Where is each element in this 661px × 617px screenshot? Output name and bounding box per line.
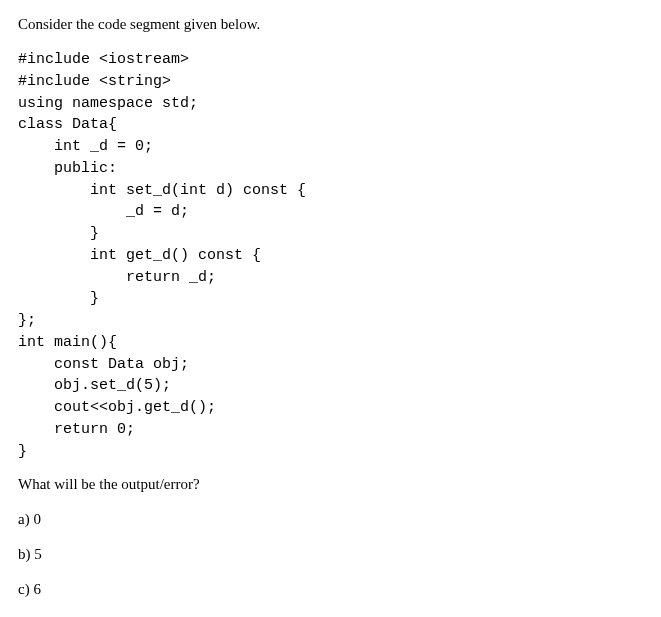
- question-intro: Consider the code segment given below.: [18, 14, 643, 35]
- code-segment: #include <iostream> #include <string> us…: [18, 49, 643, 462]
- option-c: c) 6: [18, 579, 643, 600]
- question-prompt: What will be the output/error?: [18, 474, 643, 495]
- option-b-label: b): [18, 546, 34, 562]
- option-c-value: 6: [33, 581, 41, 597]
- option-a-label: a): [18, 511, 33, 527]
- option-a: a) 0: [18, 509, 643, 530]
- option-b-value: 5: [34, 546, 42, 562]
- option-a-value: 0: [33, 511, 41, 527]
- option-b: b) 5: [18, 544, 643, 565]
- option-c-label: c): [18, 581, 33, 597]
